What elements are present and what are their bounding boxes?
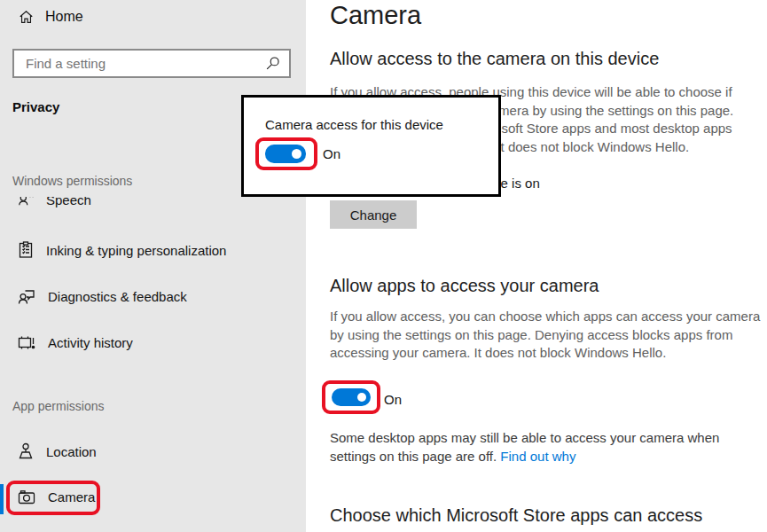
change-button[interactable]: Change [330, 200, 417, 229]
device-access-heading: Allow access to the camera on this devic… [330, 49, 659, 69]
apps-toggle-state-label: On [384, 392, 402, 407]
settings-window: Home Privacy Windows permissions Speech … [0, 0, 767, 532]
location-icon [18, 442, 34, 460]
diagnostics-feedback-icon [18, 288, 35, 305]
note-line: Some desktop apps may still be able to a… [330, 428, 719, 447]
home-icon [18, 9, 35, 25]
sidebar-item-diagnostics[interactable]: Diagnostics & feedback [0, 281, 306, 311]
note-line: settings on this page are off. [330, 449, 500, 464]
sidebar-item-label: Inking & typing personalization [46, 243, 226, 258]
sidebar-item-label: Activity history [48, 335, 133, 350]
app-permissions-label: App permissions [12, 399, 105, 413]
sidebar-item-location[interactable]: Location [0, 436, 306, 466]
sidebar-item-home[interactable]: Home [18, 9, 83, 25]
sidebar-item-label: Location [46, 444, 97, 459]
desktop-apps-note: Some desktop apps may still be able to a… [330, 428, 719, 466]
sidebar-item-inking[interactable]: Inking & typing personalization [0, 235, 306, 265]
search-input[interactable] [14, 56, 265, 71]
sidebar-item-label: Camera [48, 489, 95, 505]
apps-camera-toggle[interactable] [332, 388, 371, 406]
device-camera-toggle[interactable] [265, 145, 306, 163]
description-line: If you allow access, you can choose whic… [330, 308, 760, 326]
store-apps-heading: Choose which Microsoft Store apps can ac… [330, 505, 702, 526]
callout-toggle-state-label: On [323, 146, 340, 161]
sidebar-home-label: Home [45, 9, 83, 25]
page-title: Camera [330, 1, 421, 30]
windows-permissions-label: Windows permissions [12, 174, 132, 188]
toggle-knob [357, 393, 366, 402]
main-content: Camera Allow access to the camera on thi… [306, 0, 767, 532]
speech-icon [18, 192, 34, 207]
privacy-heading: Privacy [12, 99, 59, 114]
description-line: accessing your camera. It does not block… [330, 344, 760, 363]
find-out-why-link[interactable]: Find out why [500, 449, 575, 464]
description-line: by using the settings on this page. Deny… [330, 326, 760, 345]
camera-icon [18, 489, 35, 505]
toggle-knob [292, 149, 301, 159]
inking-typing-icon [18, 241, 34, 259]
activity-history-icon [18, 335, 35, 350]
sidebar-item-activity[interactable]: Activity history [0, 327, 306, 357]
sidebar-item-camera[interactable]: Camera [0, 481, 306, 512]
apps-access-heading: Allow apps to access your camera [330, 276, 599, 296]
sidebar: Home Privacy Windows permissions Speech … [0, 0, 306, 532]
search-box [12, 49, 291, 78]
sidebar-item-label: Diagnostics & feedback [48, 289, 187, 304]
camera-access-callout: Camera access for this device On [241, 95, 501, 197]
sidebar-item-label: Speech [46, 192, 91, 207]
search-icon[interactable] [265, 56, 280, 71]
callout-label: Camera access for this device [265, 117, 443, 132]
apps-access-description: If you allow access, you can choose whic… [330, 308, 760, 363]
